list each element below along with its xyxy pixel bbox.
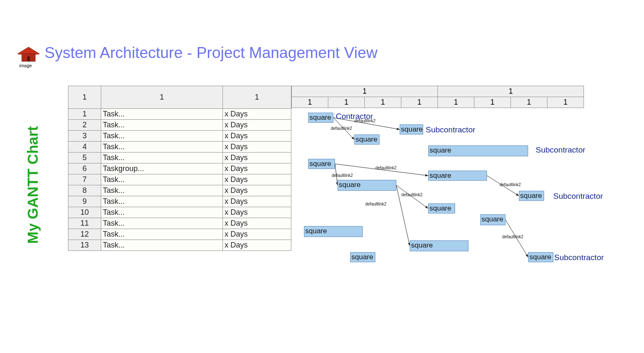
table-row[interactable]: 8Task...x Days <box>68 185 291 196</box>
task-duration-cell[interactable]: x Days <box>223 163 291 174</box>
dependency-label: defaultlink2 <box>332 173 353 178</box>
row-number: 8 <box>68 185 101 196</box>
task-duration-cell[interactable]: x Days <box>223 240 291 251</box>
gantt-bar[interactable]: square <box>354 134 380 145</box>
house-icon-caption: image <box>19 63 32 68</box>
timeline-header: 11 11111111 <box>291 86 584 108</box>
task-name-cell[interactable]: Task... <box>101 120 223 131</box>
gantt-role-label: Subcontractor <box>553 192 603 201</box>
task-name-cell[interactable]: Task... <box>101 207 223 218</box>
time-col-top: 1 <box>292 86 438 97</box>
house-icon <box>17 46 40 62</box>
time-col-bottom: 1 <box>474 97 511 108</box>
gantt-bar[interactable]: square <box>400 124 423 134</box>
task-duration-cell[interactable]: x Days <box>223 229 291 240</box>
dependency-label: defaultlink2 <box>375 166 397 170</box>
svg-marker-0 <box>18 47 39 54</box>
row-number: 11 <box>68 218 101 229</box>
side-title: My GANTT Chart <box>24 89 41 244</box>
gantt-role-label: Subcontractor <box>554 253 604 262</box>
table-row[interactable]: 1Task...x Days <box>68 109 291 120</box>
gantt-bar[interactable]: square <box>410 240 469 251</box>
task-name-cell[interactable]: Task... <box>101 142 223 153</box>
gantt-bar[interactable]: square <box>338 180 396 191</box>
gantt-bar[interactable]: square <box>350 252 375 262</box>
row-number: 9 <box>68 196 101 207</box>
task-name-cell[interactable]: Task... <box>101 240 223 251</box>
dependency-label: defaultlink2 <box>365 202 387 206</box>
task-name-cell[interactable]: Task... <box>101 131 223 142</box>
gantt-role-label: Subcontractor <box>536 145 585 155</box>
dependency-label: defaultlink2 <box>354 119 376 123</box>
task-duration-cell[interactable]: x Days <box>223 185 291 196</box>
row-number: 2 <box>68 120 101 131</box>
row-number: 12 <box>68 229 101 240</box>
task-duration-cell[interactable]: x Days <box>223 142 291 153</box>
time-col-top: 1 <box>438 86 584 97</box>
task-name-cell[interactable]: Task... <box>101 196 223 207</box>
task-duration-cell[interactable]: x Days <box>223 120 291 131</box>
task-name-cell[interactable]: Task... <box>101 153 223 163</box>
time-col-bottom: 1 <box>365 97 401 108</box>
table-row[interactable]: 6Taskgroup...x Days <box>68 163 291 174</box>
dependency-label: defaultlink2 <box>331 126 352 131</box>
svg-rect-3 <box>27 56 30 61</box>
gantt-bar[interactable]: square <box>428 171 487 181</box>
row-number: 6 <box>68 163 101 174</box>
time-col-bottom: 1 <box>511 97 547 108</box>
table-row[interactable]: 11Task...x Days <box>68 218 291 229</box>
task-duration-cell[interactable]: x Days <box>223 153 291 163</box>
gantt-bar[interactable]: square <box>428 203 455 213</box>
gantt-bar[interactable]: square <box>304 226 363 237</box>
task-head-2: 1 <box>223 86 291 109</box>
task-name-cell[interactable]: Task... <box>101 109 223 120</box>
table-row[interactable]: 9Task...x Days <box>68 196 291 207</box>
dependency-label: defaultlink2 <box>401 192 423 197</box>
task-duration-cell[interactable]: x Days <box>223 207 291 218</box>
task-duration-cell[interactable]: x Days <box>223 131 291 142</box>
table-row[interactable]: 10Task...x Days <box>68 207 291 218</box>
table-row[interactable]: 5Task...x Days <box>68 153 291 163</box>
task-table: 1 1 1 1Task...x Days2Task...x Days3Task.… <box>68 86 291 251</box>
table-row[interactable]: 4Task...x Days <box>68 142 291 153</box>
row-number: 10 <box>68 207 101 218</box>
row-number: 1 <box>68 109 101 120</box>
task-head-1: 1 <box>101 86 223 109</box>
task-name-cell[interactable]: Task... <box>101 185 223 196</box>
table-row[interactable]: 13Task...x Days <box>68 240 291 251</box>
dependency-label: defaultlink2 <box>500 182 521 187</box>
gantt-canvas: squaresquaresquaresquaresquaresquaresqua… <box>291 109 610 269</box>
task-name-cell[interactable]: Task... <box>101 229 223 240</box>
table-row[interactable]: 3Task...x Days <box>68 131 291 142</box>
gantt-bar[interactable]: square <box>308 159 335 169</box>
time-col-bottom: 1 <box>438 97 474 108</box>
table-row[interactable]: 2Task...x Days <box>68 120 291 131</box>
row-number: 7 <box>68 174 101 185</box>
row-number: 4 <box>68 142 101 153</box>
row-number: 5 <box>68 153 101 163</box>
time-col-bottom: 1 <box>401 97 438 108</box>
time-col-bottom: 1 <box>328 97 365 108</box>
time-col-bottom: 1 <box>547 97 584 108</box>
task-head-0: 1 <box>68 86 101 109</box>
page-title: System Architecture - Project Management… <box>45 44 377 62</box>
gantt-bar[interactable]: square <box>519 191 544 201</box>
row-number: 3 <box>68 131 101 142</box>
task-name-cell[interactable]: Taskgroup... <box>101 163 223 174</box>
gantt-bar[interactable]: square <box>480 214 505 225</box>
row-number: 13 <box>68 240 101 251</box>
task-duration-cell[interactable]: x Days <box>223 174 291 185</box>
time-col-bottom: 1 <box>292 97 328 108</box>
gantt-bar[interactable]: square <box>308 113 333 123</box>
table-row[interactable]: 7Task...x Days <box>68 174 291 185</box>
task-duration-cell[interactable]: x Days <box>223 218 291 229</box>
dependency-label: defaultlink2 <box>502 234 524 239</box>
task-duration-cell[interactable]: x Days <box>223 109 291 120</box>
task-duration-cell[interactable]: x Days <box>223 196 291 207</box>
gantt-bar[interactable]: square <box>528 252 553 262</box>
table-row[interactable]: 12Task...x Days <box>68 229 291 240</box>
task-name-cell[interactable]: Task... <box>101 174 223 185</box>
gantt-role-label: Subcontractor <box>426 125 475 134</box>
task-name-cell[interactable]: Task... <box>101 218 223 229</box>
gantt-bar[interactable]: square <box>428 145 528 156</box>
